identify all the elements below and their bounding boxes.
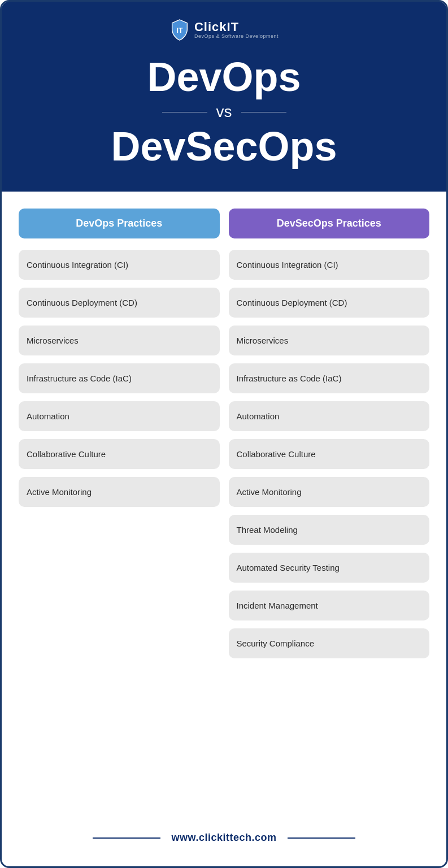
- list-item: Active Monitoring: [19, 477, 220, 507]
- title-vs: vs: [162, 103, 286, 121]
- list-item: Continuous Integration (CI): [19, 250, 220, 280]
- logo-brand: ClickIT: [194, 21, 279, 33]
- devops-column: DevOps Practices Continuous Integration …: [19, 209, 220, 809]
- list-item: Threat Modeling: [229, 515, 430, 545]
- devops-column-header: DevOps Practices: [19, 209, 220, 238]
- title-devsecops: DevSecOps: [111, 124, 337, 169]
- list-item: Security Compliance: [229, 628, 430, 658]
- list-item: Automation: [19, 401, 220, 431]
- vs-text: vs: [216, 103, 232, 121]
- logo-text-area: ClickIT DevOps & Software Development: [194, 21, 279, 39]
- svg-text:IT: IT: [176, 27, 182, 34]
- list-item: Continuous Deployment (CD): [19, 288, 220, 318]
- list-item: Active Monitoring: [229, 477, 430, 507]
- devsecops-column-header: DevSecOps Practices: [229, 209, 430, 238]
- footer-section: www.clickittech.com: [19, 815, 429, 844]
- logo-tagline: DevOps & Software Development: [194, 33, 279, 39]
- list-item: Collaborative Culture: [19, 439, 220, 469]
- list-item: Infrastructure as Code (IaC): [19, 363, 220, 393]
- footer-url: www.clickittech.com: [172, 832, 277, 844]
- vs-line-right: [241, 112, 286, 112]
- list-item: Microservices: [19, 326, 220, 355]
- list-item: Collaborative Culture: [229, 439, 430, 469]
- footer-line-right: [288, 837, 355, 839]
- footer-line-left: [93, 837, 160, 839]
- vs-line-left: [162, 112, 207, 112]
- title-devops: DevOps: [147, 55, 301, 99]
- list-item: Infrastructure as Code (IaC): [229, 363, 430, 393]
- list-item: Automation: [229, 401, 430, 431]
- devsecops-column: DevSecOps Practices Continuous Integrati…: [229, 209, 430, 809]
- header-section: IT ClickIT DevOps & Software Development…: [2, 2, 446, 192]
- page-container: IT ClickIT DevOps & Software Development…: [0, 0, 448, 868]
- list-item: Continuous Deployment (CD): [229, 288, 430, 318]
- list-item: Automated Security Testing: [229, 553, 430, 583]
- shield-icon: IT: [169, 19, 190, 41]
- list-item: Continuous Integration (CI): [229, 250, 430, 280]
- list-item: Microservices: [229, 326, 430, 355]
- logo-area: IT ClickIT DevOps & Software Development: [169, 19, 279, 41]
- main-content: DevOps Practices Continuous Integration …: [19, 192, 429, 844]
- columns-section: DevOps Practices Continuous Integration …: [19, 209, 429, 809]
- list-item: Incident Management: [229, 591, 430, 620]
